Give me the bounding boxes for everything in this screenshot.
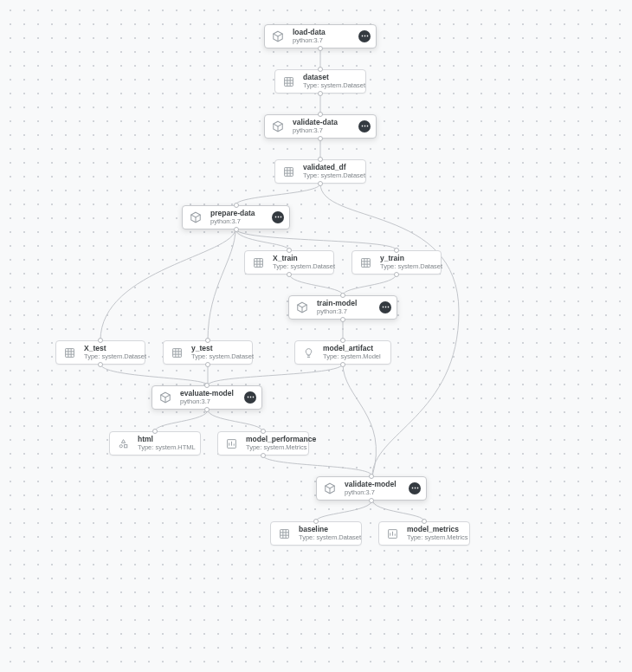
svg-rect-2 [254, 258, 262, 267]
artifact-html[interactable]: html Type: system.HTML [109, 431, 201, 456]
table-icon [281, 164, 296, 179]
metrics-icon [223, 436, 239, 451]
table-icon [358, 255, 373, 270]
svg-rect-0 [284, 77, 293, 86]
node-subtitle: Type: system.Model [323, 353, 385, 361]
artifact-validated-df[interactable]: validated_df Type: system.Dataset [274, 159, 366, 184]
svg-rect-1 [284, 167, 293, 176]
node-subtitle: Type: system.Dataset [299, 534, 356, 542]
table-icon [250, 255, 266, 270]
node-subtitle: python:3.7 [345, 489, 403, 497]
node-subtitle: python:3.7 [210, 218, 267, 226]
task-evaluate-model[interactable]: evaluate-model python:3.7 ⋯ [152, 385, 262, 410]
artifact-model-artifact[interactable]: model_artifact Type: system.Model [294, 340, 391, 365]
node-subtitle: Type: system.Dataset [303, 172, 360, 180]
status-badge: ⋯ [379, 301, 391, 313]
status-badge: ⋯ [272, 211, 284, 223]
task-prepare-data[interactable]: prepare-data python:3.7 ⋯ [182, 205, 290, 229]
node-subtitle: Type: system.Dataset [380, 263, 435, 271]
artifact-baseline[interactable]: baseline Type: system.Dataset [270, 521, 362, 546]
status-badge: ⋯ [409, 482, 421, 494]
node-subtitle: Type: system.Dataset [84, 353, 139, 361]
node-subtitle: Type: system.Metrics [246, 444, 303, 452]
task-validate-data[interactable]: validate-data python:3.7 ⋯ [264, 114, 377, 139]
node-subtitle: Type: system.HTML [138, 444, 195, 452]
cube-icon [294, 300, 310, 315]
table-icon [61, 345, 77, 360]
svg-rect-5 [172, 348, 181, 357]
node-subtitle: python:3.7 [293, 127, 353, 135]
table-icon [281, 74, 296, 89]
svg-rect-3 [361, 258, 370, 267]
node-subtitle: Type: system.Dataset [273, 263, 328, 271]
cube-icon [270, 29, 286, 44]
node-subtitle: python:3.7 [180, 398, 239, 406]
node-subtitle: python:3.7 [293, 37, 353, 45]
node-subtitle: Type: system.Metrics [407, 534, 464, 542]
metrics-icon [384, 526, 400, 541]
artifact-x-train[interactable]: X_train Type: system.Dataset [244, 250, 334, 275]
artifact-model-performance[interactable]: model_performance Type: system.Metrics [217, 431, 309, 456]
cube-icon [322, 481, 338, 496]
edge-layer [0, 0, 632, 672]
task-load-data[interactable]: load-data python:3.7 ⋯ [264, 24, 377, 48]
artifact-dataset[interactable]: dataset Type: system.Dataset [274, 69, 366, 94]
cube-icon [270, 119, 286, 134]
svg-point-6 [119, 444, 122, 447]
svg-rect-4 [65, 348, 74, 357]
task-train-model[interactable]: train-model python:3.7 ⋯ [288, 295, 397, 320]
svg-rect-9 [280, 529, 288, 538]
cube-icon [158, 390, 173, 405]
status-badge: ⋯ [358, 30, 371, 42]
artifact-x-test[interactable]: X_test Type: system.Dataset [55, 340, 145, 365]
lightbulb-icon [300, 345, 316, 360]
table-icon [169, 345, 184, 360]
artifact-model-metrics[interactable]: model_metrics Type: system.Metrics [378, 521, 470, 546]
cube-icon [188, 210, 203, 225]
task-validate-model[interactable]: validate-model python:3.7 ⋯ [316, 476, 427, 501]
pipeline-canvas[interactable]: load-data python:3.7 ⋯ dataset Type: sys… [0, 0, 632, 672]
artifact-y-train[interactable]: y_train Type: system.Dataset [351, 250, 442, 275]
table-icon [276, 526, 292, 541]
artifact-y-test[interactable]: y_test Type: system.Dataset [163, 340, 253, 365]
svg-rect-7 [124, 444, 126, 447]
node-subtitle: Type: system.Dataset [191, 353, 247, 361]
node-subtitle: Type: system.Dataset [303, 82, 360, 90]
shapes-icon [115, 436, 131, 451]
node-subtitle: python:3.7 [317, 308, 374, 316]
status-badge: ⋯ [244, 391, 256, 404]
status-badge: ⋯ [358, 120, 371, 132]
